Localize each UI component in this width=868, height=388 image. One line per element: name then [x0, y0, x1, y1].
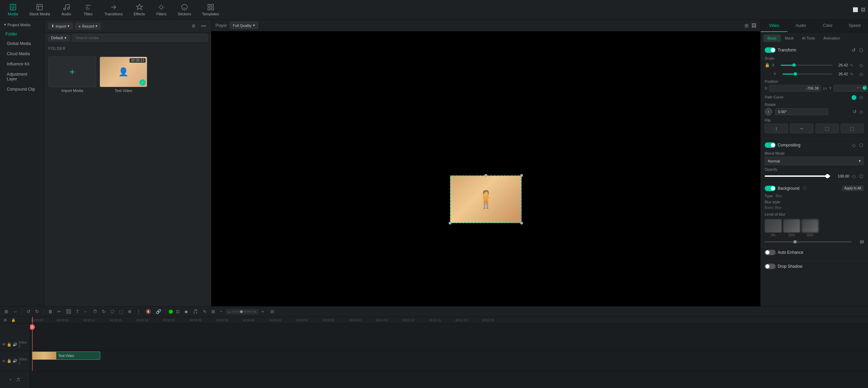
path-curve-toggle[interactable]: ⬤	[851, 94, 857, 100]
sub-tab-aitools[interactable]: AI Tools	[798, 34, 819, 42]
link-button[interactable]: 🔗	[154, 308, 163, 315]
import-button[interactable]: ⬇ Import ▾	[48, 22, 73, 30]
tl-lock-toggle[interactable]: 🔒	[10, 317, 17, 323]
video1-lock-button[interactable]: 🔒	[7, 359, 12, 363]
scale-x-keyframe-button[interactable]: ◇	[859, 62, 864, 68]
add-video-track[interactable]: +	[8, 377, 13, 383]
level-blur-handle[interactable]	[793, 240, 797, 244]
sidebar-item-global[interactable]: Global Media	[1, 39, 43, 48]
tab-audio[interactable]: Audio	[788, 20, 814, 32]
flip-option4-button[interactable]: ⬚	[841, 124, 864, 133]
timeline-record-button[interactable]	[169, 310, 173, 314]
video2-track[interactable]: ✕	[30, 324, 868, 351]
sidebar-item-adjustment[interactable]: Adjustment Layer	[1, 69, 43, 84]
scale-x-handle[interactable]	[792, 63, 796, 67]
crop2-button[interactable]: ⬚	[117, 308, 125, 315]
transform-reset-button[interactable]: ↺	[851, 47, 856, 53]
sidebar-item-folder[interactable]: Folder	[0, 30, 44, 38]
zoom-handle[interactable]	[240, 310, 243, 313]
crop-button[interactable]: ⬛	[64, 308, 73, 315]
split-button[interactable]: ⋮	[135, 308, 143, 315]
nav-filters[interactable]: Filters	[151, 2, 171, 17]
opacity-slider[interactable]	[765, 175, 830, 177]
blur-swatch-2[interactable]: 25%	[783, 219, 800, 237]
video2-sound-button[interactable]: 🔊	[13, 342, 17, 347]
search-input[interactable]	[72, 34, 208, 42]
undo-button[interactable]: ↺	[25, 308, 32, 315]
opacity-expand-button[interactable]: ⬡	[858, 173, 864, 180]
transform-expand-button[interactable]: ⬡	[858, 47, 864, 53]
scale-y-slider[interactable]	[782, 74, 832, 75]
scale-y-handle[interactable]	[794, 72, 797, 76]
bottom-right-handle[interactable]	[520, 222, 523, 224]
fullscreen-icon[interactable]: ⬜	[853, 7, 858, 12]
apply-all-button[interactable]: Apply to All	[842, 185, 864, 191]
loop-button[interactable]: ↻	[100, 308, 107, 315]
top-handle[interactable]	[484, 174, 487, 177]
tab-color[interactable]: Color	[814, 20, 841, 32]
timeline-clip[interactable]: Test Video	[32, 352, 100, 360]
nav-media[interactable]: Media	[3, 2, 23, 17]
share-icon[interactable]: 🖼	[861, 7, 865, 12]
sub-tab-mask[interactable]: Mask	[781, 34, 798, 42]
scale-y-keyframe-button[interactable]: ◇	[859, 71, 864, 77]
blend-mode-selector[interactable]: Normal ▾	[765, 157, 864, 165]
player-photo-icon[interactable]: 🖼	[751, 23, 756, 28]
video2-eye-button[interactable]: 👁	[2, 342, 6, 346]
rotate-reset-button[interactable]: ↺	[852, 108, 857, 115]
lock-icon[interactable]: 🔒	[765, 63, 770, 67]
sub-tab-basic[interactable]: Basic	[763, 34, 781, 42]
compositing-expand-button[interactable]: ⬡	[858, 142, 864, 149]
overlay-button[interactable]: ⊕	[126, 308, 133, 315]
add-track-button[interactable]: ⊞	[3, 308, 10, 315]
tab-video[interactable]: Video	[761, 20, 788, 32]
video1-sound-button[interactable]: 🔊	[13, 359, 17, 363]
compositing-keyframe-button[interactable]: ◇	[851, 142, 856, 149]
add-audio-track[interactable]: 🎵	[14, 377, 22, 383]
video1-eye-button[interactable]: 👁	[2, 359, 6, 363]
redo-button[interactable]: ↻	[33, 308, 41, 315]
speed-button[interactable]: ⏱	[91, 308, 99, 315]
timeline-edit-button[interactable]: ✎	[201, 308, 208, 315]
timeline-marker-button[interactable]: ◆	[183, 308, 190, 315]
timeline-snap-button[interactable]: ⊡	[174, 308, 181, 315]
arrow-button[interactable]: ←	[82, 308, 90, 315]
ripple-button[interactable]: ↔	[11, 308, 19, 315]
more-options-icon[interactable]: •••	[199, 22, 208, 30]
tl-snap-toggle[interactable]: ⊞	[2, 317, 8, 323]
nav-effects[interactable]: Effects	[129, 2, 150, 17]
drop-shadow-toggle[interactable]	[765, 264, 776, 269]
sub-tab-animation[interactable]: Animation	[819, 34, 844, 42]
mute-button[interactable]: 🔇	[144, 308, 153, 315]
rotate-dial[interactable]	[765, 108, 772, 115]
sidebar-item-compound[interactable]: Compound Clip	[1, 84, 43, 94]
tab-speed[interactable]: Speed	[841, 20, 868, 32]
opacity-keyframe-button[interactable]: ◇	[851, 173, 856, 180]
video2-lock-button[interactable]: 🔒	[7, 342, 12, 347]
pos-x-input[interactable]	[769, 85, 821, 92]
top-right-handle[interactable]	[520, 174, 523, 177]
flip-option3-button[interactable]: ⬚	[815, 124, 839, 133]
timeline-audio-button[interactable]: 🎵	[191, 308, 200, 315]
opacity-handle[interactable]	[825, 174, 829, 178]
filter-icon[interactable]: ⚙	[190, 22, 197, 30]
transform-toggle[interactable]	[765, 47, 776, 53]
level-blur-slider[interactable]	[765, 241, 852, 243]
rotate-input[interactable]	[775, 108, 828, 115]
playhead-head[interactable]: ✕	[30, 324, 35, 330]
rotate-keyframe-button[interactable]: ◇	[859, 108, 864, 115]
background-toggle[interactable]	[765, 186, 776, 191]
bottom-left-handle[interactable]	[449, 222, 451, 224]
timeline-group-button[interactable]: ⊞	[210, 308, 217, 315]
flip-vertical-button[interactable]: ↕	[765, 124, 788, 133]
sidebar-item-cloud[interactable]: Cloud Media	[1, 49, 43, 59]
blur-swatch-3[interactable]: 50%	[802, 219, 819, 237]
delete-button[interactable]: 🗑	[46, 308, 54, 315]
nav-stickers[interactable]: Stickers	[173, 2, 196, 17]
video1-track[interactable]: Test Video	[30, 351, 868, 371]
player-grid-icon[interactable]: ⊞	[745, 23, 749, 28]
nav-audio[interactable]: Audio	[56, 2, 77, 17]
path-curve-keyframe[interactable]: ◇	[859, 94, 864, 100]
mirror-button[interactable]: ⬡	[109, 308, 116, 315]
timeline-plus-button[interactable]: +	[260, 308, 266, 315]
